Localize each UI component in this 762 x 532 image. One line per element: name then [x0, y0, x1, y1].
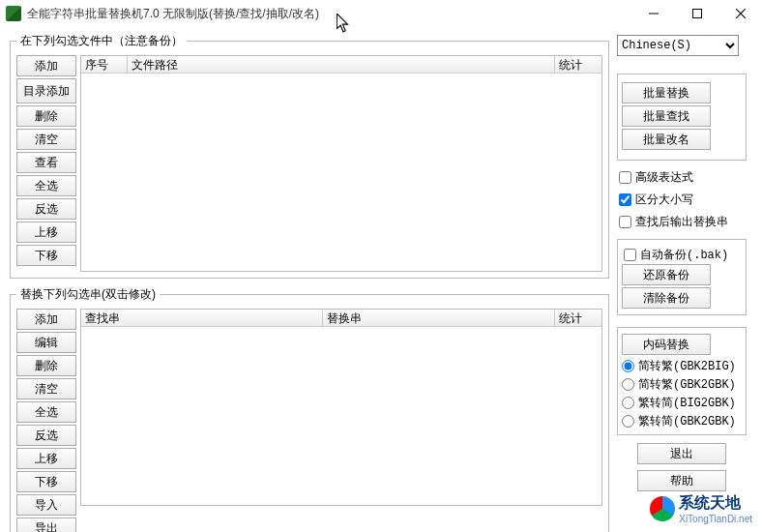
str-edit-button[interactable]: 编辑 [16, 332, 76, 353]
language-select[interactable]: Chinese(S) [617, 35, 739, 56]
export-button[interactable]: 导出 [16, 517, 76, 532]
files-group: 在下列勾选文件中（注意备份） 添加 目录添加 删除 清空 查看 全选 反选 上移… [10, 33, 609, 279]
str-move-up-button[interactable]: 上移 [16, 448, 76, 469]
import-button[interactable]: 导入 [16, 494, 76, 516]
close-button[interactable] [718, 0, 762, 27]
batch-rename-button[interactable]: 批量改名 [622, 129, 711, 150]
col-replace[interactable]: 替换串 [323, 310, 555, 326]
window-controls [631, 0, 762, 27]
app-icon [6, 6, 21, 21]
case-sensitive-checkbox[interactable] [619, 193, 631, 206]
radio-t2s-big2gbk[interactable]: 繁转简(BIG2GBK) [622, 394, 742, 412]
strings-list[interactable]: 查找串 替换串 统计 [80, 309, 602, 506]
batch-find-button[interactable]: 批量查找 [622, 105, 711, 127]
col-stats2[interactable]: 统计 [555, 310, 601, 326]
select-all-button[interactable]: 全选 [16, 175, 76, 196]
files-sidebar-buttons: 添加 目录添加 删除 清空 查看 全选 反选 上移 下移 [16, 55, 76, 272]
files-list-header: 序号 文件路径 统计 [81, 56, 601, 74]
files-list-body[interactable] [81, 74, 601, 271]
radio-s2t-gbk2gbk[interactable]: 简转繁(GBK2GBK) [622, 375, 742, 394]
move-up-button[interactable]: 上移 [16, 222, 76, 243]
watermark-url: XiTongTianDi.net [679, 514, 752, 524]
col-no[interactable]: 序号 [81, 56, 128, 73]
advanced-expr-check[interactable]: 高级表达式 [617, 168, 747, 187]
col-stats[interactable]: 统计 [555, 56, 601, 73]
autobackup-checkbox[interactable] [624, 249, 636, 261]
col-path[interactable]: 文件路径 [128, 56, 555, 73]
radio-t2s-gbk2gbk[interactable]: 繁转简(GBK2GBK) [622, 412, 742, 430]
case-sensitive-check[interactable]: 区分大小写 [617, 191, 747, 209]
col-find[interactable]: 查找串 [81, 310, 323, 326]
encoding-replace-button[interactable]: 内码替换 [622, 334, 711, 355]
advanced-expr-checkbox[interactable] [619, 171, 631, 184]
batch-replace-button[interactable]: 批量替换 [622, 82, 711, 103]
str-delete-button[interactable]: 删除 [16, 355, 76, 376]
add-button[interactable]: 添加 [16, 55, 76, 76]
watermark: 系统天地 XiTongTianDi.net [650, 493, 752, 524]
maximize-button[interactable] [675, 0, 718, 27]
output-replaced-checkbox[interactable] [619, 216, 631, 228]
watermark-brand: 系统天地 [679, 493, 752, 514]
svg-rect-1 [692, 10, 701, 18]
watermark-logo-icon [650, 496, 675, 521]
delete-button[interactable]: 删除 [16, 105, 76, 127]
add-folder-button[interactable]: 目录添加 [16, 78, 76, 103]
output-replaced-check[interactable]: 查找后输出替换串 [617, 213, 747, 231]
str-add-button[interactable]: 添加 [16, 309, 76, 330]
autobackup-check[interactable]: 自动备份(.bak) [622, 246, 742, 264]
clear-backup-button[interactable]: 清除备份 [622, 287, 711, 309]
titlebar: 全能字符串批量替换机7.0 无限制版(替换/查找/抽取/改名) [0, 0, 762, 27]
cursor-icon [337, 14, 350, 33]
str-clear-button[interactable]: 清空 [16, 378, 76, 399]
move-down-button[interactable]: 下移 [16, 245, 76, 266]
minimize-button[interactable] [631, 0, 675, 27]
clear-button[interactable]: 清空 [16, 129, 76, 150]
help-button[interactable]: 帮助 [637, 470, 726, 491]
strings-list-body[interactable] [81, 327, 601, 505]
strings-group-legend: 替换下列勾选串(双击修改) [16, 286, 160, 303]
str-move-down-button[interactable]: 下移 [16, 471, 76, 492]
files-list[interactable]: 序号 文件路径 统计 [80, 55, 602, 272]
strings-group: 替换下列勾选串(双击修改) 添加 编辑 删除 清空 全选 反选 上移 下移 导入… [10, 286, 609, 532]
window-title: 全能字符串批量替换机7.0 无限制版(替换/查找/抽取/改名) [27, 6, 631, 22]
restore-backup-button[interactable]: 还原备份 [622, 264, 711, 285]
files-group-legend: 在下列勾选文件中（注意备份） [16, 33, 187, 49]
invert-selection-button[interactable]: 反选 [16, 198, 76, 220]
str-select-all-button[interactable]: 全选 [16, 401, 76, 423]
strings-sidebar-buttons: 添加 编辑 删除 清空 全选 反选 上移 下移 导入 导出 [16, 309, 76, 532]
view-button[interactable]: 查看 [16, 152, 76, 173]
strings-list-header: 查找串 替换串 统计 [81, 310, 601, 327]
exit-button[interactable]: 退出 [637, 443, 726, 464]
radio-s2t-gbk2big[interactable]: 简转繁(GBK2BIG) [622, 357, 742, 375]
str-invert-button[interactable]: 反选 [16, 425, 76, 446]
